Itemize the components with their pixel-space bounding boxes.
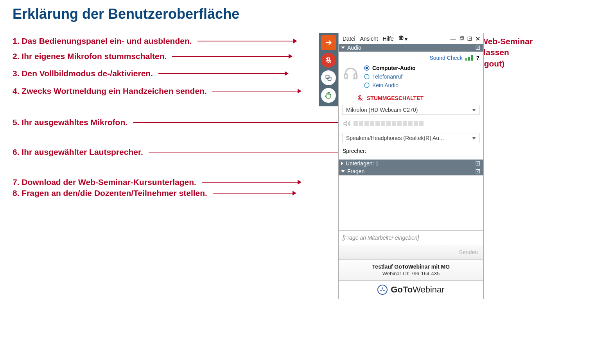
- callout-line: [149, 152, 343, 152]
- speaker-select[interactable]: Speakers/Headphones (Realtek(R) Au...: [343, 133, 479, 143]
- chevron-down-icon: [341, 47, 345, 49]
- section-unterlagen-header[interactable]: Unterlagen: 1: [339, 160, 483, 167]
- svg-rect-8: [345, 74, 347, 79]
- brand-text: GoToWebinar: [391, 285, 444, 295]
- callout-5-text: 5. Ihr ausgewähltes Mikrofon.: [13, 118, 127, 127]
- section-unterlagen-label: Unterlagen: 1: [346, 160, 379, 167]
- language-button[interactable]: ▾: [397, 34, 409, 43]
- fullscreen-button[interactable]: [321, 70, 336, 85]
- arrow-right-icon: [298, 89, 302, 93]
- section-audio-label: Audio: [347, 45, 361, 51]
- send-button[interactable]: Senden: [339, 245, 483, 259]
- toggle-panel-button[interactable]: [321, 35, 336, 50]
- callout-6-text: 6. Ihr ausgewählter Lautsprecher.: [13, 147, 143, 157]
- speaker-label: Sprecher:: [343, 148, 479, 154]
- radio-computer-audio-label: Computer-Audio: [372, 65, 415, 71]
- radio-phone-label: Telefonanruf: [372, 74, 402, 80]
- questions-area: [339, 175, 483, 230]
- section-audio-header[interactable]: Audio: [339, 44, 483, 52]
- popout-icon[interactable]: [475, 168, 481, 174]
- radio-none[interactable]: Kein Audio: [364, 82, 415, 88]
- svg-rect-5: [461, 36, 463, 39]
- svg-rect-4: [460, 37, 463, 40]
- callout-2: 2. Ihr eigenes Mikrofon stummschalten.: [13, 52, 293, 61]
- signal-bars-icon: [465, 55, 473, 61]
- callout-7: 7. Download der Web-Seminar-Kursunterlag…: [13, 178, 302, 187]
- svg-point-19: [384, 290, 384, 291]
- speaker-icon: [343, 120, 350, 127]
- callout-4: 4. Zwecks Wortmeldung ein Handzeichen se…: [13, 86, 302, 96]
- brand-row: GoToWebinar: [339, 280, 483, 299]
- mute-mic-button[interactable]: [321, 53, 336, 68]
- popout-button[interactable]: [466, 35, 473, 42]
- callout-7-text: 7. Download der Web-Seminar-Kursunterlag…: [13, 178, 196, 187]
- callout-line: [212, 91, 298, 91]
- popout-icon[interactable]: [475, 160, 481, 167]
- callout-line: [213, 193, 293, 194]
- arrow-right-icon: [293, 191, 296, 195]
- menu-ansicht[interactable]: Ansicht: [359, 35, 380, 42]
- webinar-title: Testlauf GoToWebinar mit MG: [341, 264, 481, 270]
- callout-6: 6. Ihr ausgewählter Lautsprecher.: [13, 147, 347, 157]
- radio-none-label: Kein Audio: [372, 82, 398, 88]
- callout-line: [158, 73, 285, 74]
- arrow-right-icon: [289, 54, 293, 59]
- tool-column: [319, 33, 338, 106]
- dock-button[interactable]: [458, 35, 465, 42]
- callout-3: 3. Den Vollbildmodus de-/aktivieren.: [13, 69, 289, 78]
- mic-muted-icon: [357, 95, 364, 102]
- muted-status: STUMMGESCHALTET: [357, 95, 479, 102]
- radio-phone[interactable]: Telefonanruf: [364, 74, 415, 80]
- close-button[interactable]: [474, 35, 481, 42]
- headset-icon: [343, 65, 359, 81]
- callout-5: 5. Ihr ausgewähltes Mikrofon.: [13, 118, 342, 127]
- section-fragen-header[interactable]: Fragen: [339, 167, 483, 175]
- callout-line: [133, 122, 338, 123]
- main-panel: Datei Ansicht Hilfe ▾ —: [338, 33, 484, 299]
- callout-8: 8. Fragen an den/die Dozenten/Teilnehmer…: [13, 188, 296, 198]
- audio-body: Sound Check ? Computer-Audio: [339, 52, 483, 160]
- webinar-footer: Testlauf GoToWebinar mit MG Webinar-ID: …: [339, 259, 483, 280]
- callout-line: [197, 41, 293, 41]
- chevron-down-icon: [341, 170, 345, 172]
- chevron-down-icon: [472, 109, 476, 111]
- callout-1-text: 1. Das Bedienungspanel ein- und ausblend…: [13, 36, 192, 46]
- menubar: Datei Ansicht Hilfe ▾ —: [339, 33, 483, 44]
- callout-1: 1. Das Bedienungspanel ein- und ausblend…: [13, 36, 297, 46]
- svg-point-12: [364, 74, 369, 79]
- arrow-right-icon: [298, 180, 302, 185]
- popout-icon[interactable]: [475, 45, 481, 51]
- radio-computer-audio[interactable]: Computer-Audio: [364, 65, 415, 71]
- webinar-id: Webinar-ID: 796-164-435: [341, 271, 481, 276]
- callout-line: [202, 182, 298, 183]
- sound-check-link[interactable]: Sound Check: [429, 55, 462, 61]
- page-title: Erklärung der Benutzeroberfläche: [13, 6, 239, 22]
- speaker-select-value: Speakers/Headphones (Realtek(R) Au...: [346, 135, 444, 141]
- mic-select[interactable]: Mikrofon (HD Webcam C270): [343, 105, 479, 115]
- svg-point-11: [366, 67, 368, 70]
- svg-point-17: [382, 288, 383, 289]
- svg-point-18: [380, 290, 381, 291]
- brand-icon: [377, 285, 388, 295]
- arrow-right-icon: [293, 39, 297, 43]
- muted-label: STUMMGESCHALTET: [367, 95, 424, 101]
- question-input[interactable]: [Frage an Mitarbeiter eingeben]: [339, 230, 483, 245]
- callout-8-text: 8. Fragen an den/die Dozenten/Teilnehmer…: [13, 188, 207, 198]
- callout-line: [172, 56, 289, 57]
- callout-3-text: 3. Den Vollbildmodus de-/aktivieren.: [13, 69, 153, 78]
- chevron-right-icon: [341, 161, 343, 165]
- menu-datei[interactable]: Datei: [341, 35, 357, 42]
- minimize-button[interactable]: —: [450, 35, 456, 42]
- raise-hand-button[interactable]: [321, 88, 336, 103]
- menu-hilfe[interactable]: Hilfe: [381, 35, 395, 42]
- help-icon[interactable]: ?: [476, 55, 479, 61]
- mic-select-value: Mikrofon (HD Webcam C270): [346, 107, 418, 113]
- callout-4-text: 4. Zwecks Wortmeldung ein Handzeichen se…: [13, 86, 207, 96]
- section-fragen-label: Fragen: [347, 168, 364, 174]
- webinar-panel: Datei Ansicht Hilfe ▾ —: [319, 33, 484, 299]
- output-level: [343, 120, 479, 127]
- chevron-down-icon: [472, 137, 476, 140]
- svg-rect-9: [354, 74, 357, 79]
- callout-2-text: 2. Ihr eigenes Mikrofon stummschalten.: [13, 52, 167, 61]
- arrow-right-icon: [285, 71, 289, 76]
